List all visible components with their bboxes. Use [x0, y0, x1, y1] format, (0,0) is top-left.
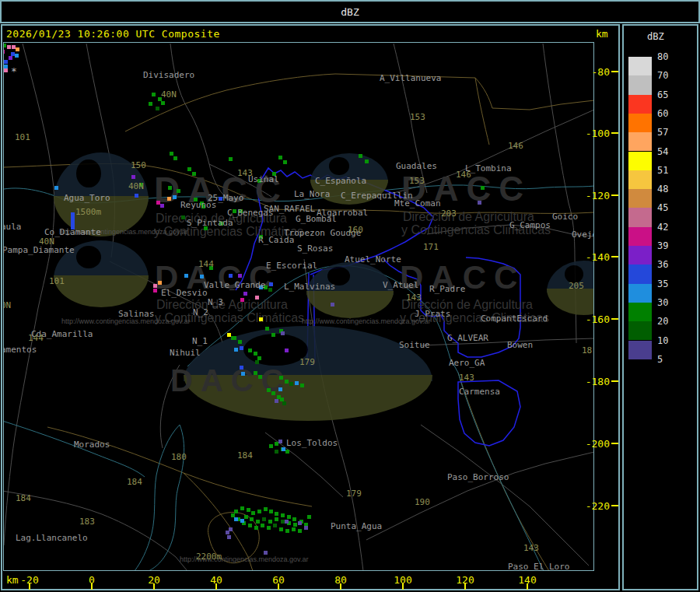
radar-echo-pixel: [269, 444, 273, 448]
route-number-label: 40N: [128, 182, 144, 191]
radar-echo-pixel: [262, 517, 266, 521]
radar-echo-pixel: [257, 510, 261, 513]
route-number-label: 1500m: [75, 208, 101, 216]
dacc-eye-pupil: [76, 246, 101, 268]
radar-echo-pixel: [264, 507, 268, 511]
radar-echo-pixel: [278, 387, 282, 391]
legend-swatch: [628, 152, 652, 170]
radar-echo-pixel: [177, 189, 180, 193]
radar-echo-pixel: [250, 517, 254, 521]
radar-echo-pixel: [264, 551, 268, 555]
legend-scale-label: 20: [657, 316, 668, 327]
radar-echo-pixel: [289, 382, 293, 386]
radar-echo-pixel: [238, 274, 242, 278]
radar-echo-pixel: [278, 440, 282, 443]
radar-echo-pixel: [173, 195, 177, 199]
route-number-label: 183: [79, 517, 95, 526]
place-label: G_ALVEAR: [447, 334, 488, 342]
place-label: Carmensa: [459, 387, 500, 396]
y-axis-tick-mark: [611, 505, 618, 506]
radar-echo-pixel: [153, 284, 157, 288]
radar-echo-pixel: [285, 349, 289, 352]
route-number-label: 179: [346, 489, 362, 498]
km-unit-label-top: km: [596, 28, 608, 40]
route-number-label: 146: [456, 170, 471, 179]
radar-echo-pixel: [282, 401, 286, 405]
radar-echo-pixel: [153, 289, 157, 292]
place-label: N_1: [192, 337, 208, 345]
radar-echo-pixel: [158, 281, 162, 285]
legend-scale-label: 65: [657, 89, 668, 100]
place-label: Reyunos: [180, 201, 216, 209]
radar-echo-pixel: [167, 197, 171, 201]
x-axis-tick-mark: [278, 583, 279, 590]
radar-echo-pixel: [331, 303, 334, 307]
place-label: Co_Diamante: [44, 228, 101, 236]
dacc-eye-pupil: [329, 157, 349, 174]
radar-echo-pixel: [4, 60, 8, 64]
legend-swatch: [628, 341, 652, 359]
place-label: Atuel_Norte: [345, 255, 401, 264]
radar-echo-pixel: [161, 101, 165, 105]
radar-echo-pixel: [281, 331, 285, 335]
route-number-label: 184: [127, 478, 142, 486]
route-number-label: 18: [582, 346, 592, 355]
dacc-eye-pupil: [243, 334, 308, 366]
y-axis-tick-mark: [611, 443, 618, 444]
legend-swatch: [628, 170, 652, 189]
place-label: E_Escorial: [266, 261, 317, 270]
route-number-label: 101: [49, 277, 65, 285]
place-label: Salinas: [118, 310, 154, 318]
place-label: El_Desvio: [161, 289, 208, 297]
radar-echo-pixel: [254, 352, 257, 356]
radar-echo-pixel: [478, 201, 481, 205]
place-label: Guadales: [396, 162, 437, 170]
y-axis-tick-mark: [611, 318, 618, 320]
place-label: Morados: [74, 440, 110, 449]
radar-map-area[interactable]: DACCDirección de Agriculturay Contingenc…: [3, 42, 594, 571]
radar-echo-pixel: [275, 512, 278, 516]
place-label: C_Española: [315, 177, 366, 185]
dacc-eye-lower: [54, 275, 149, 307]
x-axis-tick-mark: [402, 583, 404, 590]
legend-swatch: [628, 57, 652, 75]
legend-scale-label: 80: [657, 51, 668, 62]
radar-echo-pixel: [152, 93, 156, 96]
place-label: Paso_Borroso: [447, 473, 509, 482]
radar-echo-pixel: [238, 340, 242, 344]
route-number-label: 144: [198, 260, 214, 268]
legend-swatch: [628, 303, 652, 321]
watermark-url: http://www.contingencias.mendoza.gov.ar: [302, 317, 430, 325]
legend-scale-label: 42: [657, 222, 668, 233]
radar-echo-pixel: [287, 515, 291, 519]
radar-echo-pixel: [234, 348, 238, 352]
route-number-label: 160: [348, 226, 363, 234]
y-axis-tick-mark: [611, 256, 618, 257]
radar-echo-pixel: [241, 372, 245, 376]
x-axis-tick-mark: [215, 583, 217, 590]
radar-echo-pixel: [3, 50, 5, 54]
radar-echo-pixel: [271, 333, 275, 337]
place-label: N_3: [208, 298, 223, 307]
route-number-label: 203: [441, 209, 457, 218]
route-number-label: 150: [131, 161, 146, 170]
radar-echo-pixel: [268, 288, 272, 292]
legend-scale-label: 30: [657, 297, 668, 308]
legend-swatch: [628, 189, 652, 208]
place-label: R_Caida: [258, 236, 294, 244]
y-axis-tick-label: -180: [583, 376, 610, 387]
radar-echo-pixel: [240, 366, 243, 370]
radar-echo-pixel: [275, 399, 278, 403]
radar-echo-pixel: [300, 384, 304, 387]
place-label: La_Nora: [294, 190, 330, 198]
radar-echo-pixel: [234, 517, 238, 521]
radar-echo-pixel: [184, 274, 188, 278]
place-label: Paso_El_Loro: [508, 562, 569, 571]
radar-echo-pixel: [181, 215, 185, 219]
legend-scale-label: 60: [657, 108, 668, 119]
radar-echo-pixel: [168, 186, 172, 190]
radar-echo-pixel: [359, 154, 362, 158]
place-label: S_Rosas: [297, 244, 333, 253]
place-label: S_Pintada: [187, 219, 233, 227]
route-number-label: 144: [28, 334, 44, 342]
